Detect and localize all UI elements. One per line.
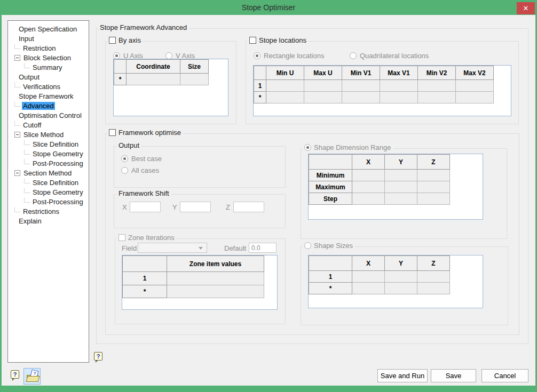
radio-icon (121, 167, 128, 174)
grid-cell[interactable] (385, 283, 417, 294)
grid-cell[interactable] (352, 283, 385, 294)
grid-cell[interactable] (352, 170, 385, 181)
best-case-radio: Best case (121, 155, 162, 163)
field-dropdown (138, 243, 207, 253)
radio-icon (254, 52, 260, 59)
tree-item-advanced[interactable]: Advanced (8, 101, 89, 110)
grid-cell[interactable] (352, 271, 385, 283)
grid-cell[interactable] (385, 193, 417, 205)
tree-item-optimisation-control[interactable]: Optimisation Control (8, 110, 89, 120)
grid-cell[interactable] (180, 74, 209, 85)
tree-item-summary[interactable]: Summary (8, 62, 89, 72)
shift-z-input (233, 202, 264, 212)
window-title: Stope Optimiser (0, 0, 537, 15)
grid-column-header: X (352, 155, 385, 170)
grid-cell[interactable] (385, 181, 417, 193)
tree-item-explain[interactable]: Explain (8, 216, 89, 226)
grid-cell[interactable] (385, 170, 417, 181)
tree-collapse-icon[interactable] (14, 132, 20, 138)
grid-cell[interactable] (304, 92, 342, 103)
panel-help-button[interactable]: ? (94, 352, 102, 361)
tree-leader-icon (24, 63, 30, 68)
tree-leader-icon (14, 44, 20, 49)
tree-item-slice-definition[interactable]: Slice Definition (8, 139, 89, 149)
grid-cell[interactable] (342, 80, 380, 92)
stope-optimiser-dialog: Stope Optimiser ✕ Open Specification Inp… (0, 0, 537, 392)
grid-cell[interactable] (380, 92, 418, 103)
grid-column-header: Y (385, 256, 417, 271)
tree-leader-icon (24, 150, 30, 155)
grid-cell[interactable] (167, 272, 264, 285)
cancel-button[interactable]: Cancel (481, 369, 528, 382)
shape-sizes-radio (304, 242, 311, 249)
tree-leader-icon (24, 140, 30, 145)
grid-column-header: Min U (266, 66, 304, 80)
tree-item-restrictions[interactable]: Restrictions (8, 206, 89, 216)
save-and-run-button[interactable]: Save and Run (377, 369, 428, 382)
tree-collapse-icon[interactable] (14, 55, 20, 61)
framework-shift-label: Framework Shift (116, 189, 171, 197)
tree-item-stope-framework[interactable]: Stope Framework (8, 91, 89, 101)
grid-cell[interactable] (456, 92, 494, 103)
tree-item-output[interactable]: Output (8, 72, 89, 82)
tree-item-slice-method[interactable]: Slice Method (8, 130, 89, 139)
shift-x-label: X (122, 203, 127, 211)
close-button[interactable]: ✕ (517, 2, 535, 14)
grid-cell[interactable] (456, 80, 494, 92)
grid-cell[interactable] (385, 271, 417, 283)
tree-item-post-processing-2[interactable]: Post-Processing (8, 197, 89, 206)
by-axis-checkbox[interactable] (109, 37, 116, 44)
framework-optimise-checkbox[interactable] (109, 129, 116, 136)
grid-column-header: X (352, 256, 385, 271)
grid-row-header: * (309, 283, 352, 294)
grid-cell[interactable] (417, 193, 450, 205)
grid-column-header: Min V1 (342, 66, 380, 80)
grid-cell[interactable] (342, 92, 380, 103)
grid-cell[interactable] (380, 80, 418, 92)
all-cases-radio: All cases (121, 166, 159, 174)
tree-item-block-selection[interactable]: Block Selection (8, 53, 89, 62)
shape-dimension-range-label: Shape Dimension Range (314, 143, 391, 151)
tree-item-slice-definition-2[interactable]: Slice Definition (8, 178, 89, 187)
tree-leader-icon (24, 179, 30, 183)
grid-corner (254, 66, 266, 80)
shape-sizes-label: Shape Sizes (314, 242, 353, 250)
grid-row-header: * (114, 74, 127, 85)
open-specification-button[interactable]: ? (23, 368, 41, 385)
by-axis-grid: Coordinate Size * (113, 59, 228, 116)
grid-cell[interactable] (418, 80, 456, 92)
grid-row-header: 1 (123, 272, 167, 285)
grid-cell[interactable] (417, 283, 450, 294)
tree-item-section-method[interactable]: Section Method (8, 168, 89, 178)
grid-cell[interactable] (304, 80, 342, 92)
default-input (249, 243, 277, 253)
dialog-help-button[interactable]: ? (11, 370, 19, 379)
tree-item-cutoff[interactable]: Cutoff (8, 120, 89, 130)
radio-icon (121, 155, 128, 162)
tree-item-stope-geometry[interactable]: Stope Geometry (8, 149, 89, 158)
help-icon: ? (97, 353, 100, 359)
tree-item-stope-geometry-2[interactable]: Stope Geometry (8, 187, 89, 197)
stope-locations-checkbox[interactable] (249, 37, 256, 44)
grid-cell[interactable] (418, 92, 456, 103)
grid-cell[interactable] (417, 271, 450, 283)
grid-cell[interactable] (167, 285, 264, 298)
chevron-down-icon (199, 247, 203, 250)
tree-item-open-specification[interactable]: Open Specification (8, 24, 89, 34)
radio-icon (350, 52, 357, 59)
tree-item-verifications[interactable]: Verifications (8, 82, 89, 91)
grid-column-header: Size (180, 60, 209, 74)
tree-item-restriction[interactable]: Restriction (8, 43, 89, 53)
grid-cell[interactable] (417, 170, 450, 181)
grid-cell[interactable] (352, 181, 385, 193)
save-button[interactable]: Save (431, 369, 476, 382)
tree-item-input[interactable]: Input (8, 34, 89, 43)
tree-collapse-icon[interactable] (14, 170, 20, 176)
grid-cell[interactable] (127, 74, 180, 85)
tree-item-post-processing[interactable]: Post-Processing (8, 158, 89, 168)
grid-cell[interactable] (266, 92, 304, 103)
grid-row-header: * (254, 92, 266, 103)
grid-cell[interactable] (352, 193, 385, 205)
grid-cell[interactable] (266, 80, 304, 92)
grid-cell[interactable] (417, 181, 450, 193)
